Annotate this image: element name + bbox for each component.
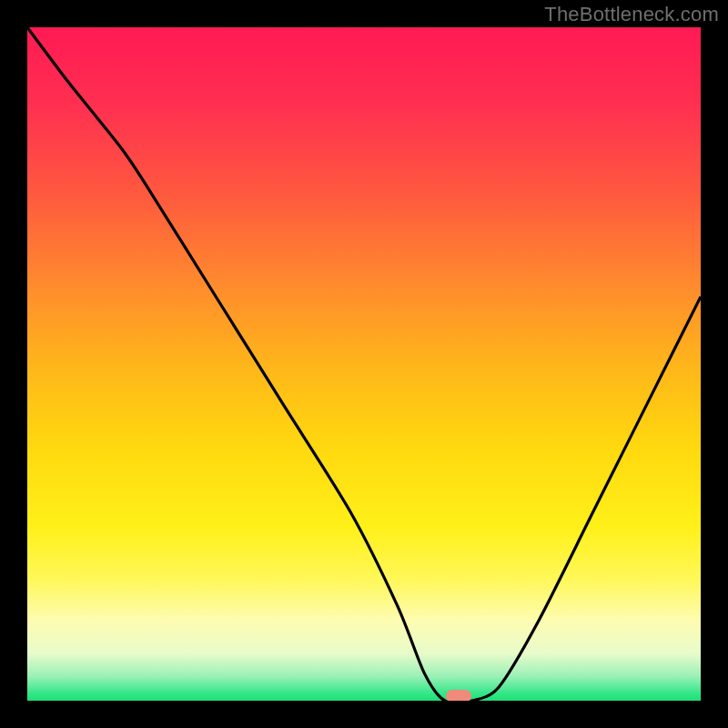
- bottleneck-curve: [27, 27, 701, 701]
- chart-stage: TheBottleneck.com: [0, 0, 728, 728]
- curve-layer: [27, 27, 701, 701]
- attribution-label: TheBottleneck.com: [544, 3, 719, 26]
- optimal-marker: [446, 690, 471, 701]
- plot-area: [27, 27, 701, 701]
